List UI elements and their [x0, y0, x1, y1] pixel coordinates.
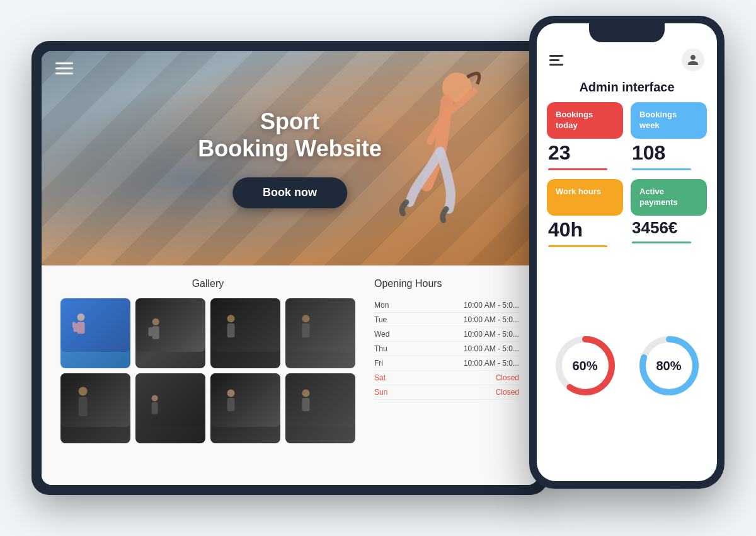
- gallery-item[interactable]: [285, 298, 355, 368]
- svg-rect-4: [72, 322, 76, 328]
- hours-fri: 10:00 AM - 5:0...: [464, 359, 519, 368]
- stats-label-grid: Bookings today Bookings week: [537, 102, 717, 139]
- hamburger-menu-icon[interactable]: [55, 62, 73, 74]
- stats-values-row1: 23 108: [537, 139, 717, 170]
- donut-label-80: 80%: [656, 359, 681, 373]
- hero-title-line2: Booking Website: [198, 136, 381, 162]
- active-payments-card: Active payments: [631, 179, 707, 216]
- hours-tue: 10:00 AM - 5:0...: [464, 315, 519, 324]
- bookings-week-card: Bookings week: [631, 102, 707, 139]
- svg-point-14: [152, 395, 158, 401]
- active-payments-value: 3456€: [632, 218, 706, 238]
- gallery-item[interactable]: [210, 373, 280, 443]
- hours-row-wed: Wed 10:00 AM - 5:0...: [374, 327, 519, 342]
- bookings-today-card: Bookings today: [547, 102, 623, 139]
- day-thu: Thu: [374, 344, 396, 353]
- svg-point-8: [227, 315, 235, 323]
- bookings-week-value: 108: [632, 141, 706, 165]
- gallery-item[interactable]: [135, 373, 205, 443]
- svg-rect-13: [79, 397, 88, 416]
- hero-title-line1: Sport: [260, 108, 319, 134]
- hours-mon: 10:00 AM - 5:0...: [464, 301, 519, 310]
- day-tue: Tue: [374, 315, 396, 324]
- svg-rect-2: [77, 322, 85, 334]
- svg-point-10: [302, 315, 310, 323]
- hours-row-tue: Tue 10:00 AM - 5:0...: [374, 313, 519, 327]
- work-hours-label: Work hours: [556, 187, 614, 197]
- bookings-week-value-block: 108: [631, 141, 707, 170]
- phone-device: Admin interface Bookings today Bookings …: [529, 16, 724, 489]
- hours-row-thu: Thu 10:00 AM - 5:0...: [374, 342, 519, 356]
- phone-user-icon[interactable]: [682, 49, 704, 71]
- admin-interface-title: Admin interface: [537, 78, 717, 102]
- hours-sat: Closed: [496, 373, 519, 382]
- hero-text-block: Sport Booking Website Book now: [198, 108, 381, 208]
- stats-label-grid-2: Work hours Active payments: [537, 179, 717, 216]
- gallery-item[interactable]: [60, 298, 130, 368]
- phone-notch: [589, 23, 665, 42]
- gallery-title: Gallery: [60, 278, 355, 289]
- gallery-item[interactable]: [60, 373, 130, 443]
- bookings-today-bar: [548, 168, 607, 170]
- svg-rect-17: [227, 398, 235, 411]
- hours-table: Mon 10:00 AM - 5:0... Tue 10:00 AM - 5:0…: [374, 298, 519, 400]
- hours-sun: Closed: [496, 388, 519, 397]
- donut-label-60: 60%: [572, 359, 597, 373]
- tablet-screen: Sport Booking Website Book now Gallery: [42, 51, 538, 485]
- active-payments-bar: [632, 242, 691, 243]
- svg-point-12: [79, 387, 88, 395]
- gallery-item[interactable]: [135, 298, 205, 368]
- gallery-item[interactable]: [285, 373, 355, 443]
- gallery-item[interactable]: [210, 298, 280, 368]
- svg-rect-19: [302, 398, 310, 411]
- runner-image: [387, 64, 500, 253]
- phone-hamburger-icon[interactable]: [549, 55, 563, 66]
- gallery-grid: [60, 298, 355, 443]
- bookings-today-value-block: 23: [547, 141, 623, 170]
- website-content: Gallery: [42, 265, 538, 485]
- donut-chart-80: 80%: [634, 331, 704, 400]
- svg-rect-15: [152, 402, 158, 414]
- svg-point-18: [302, 390, 310, 397]
- svg-point-5: [152, 318, 159, 325]
- day-wed: Wed: [374, 330, 396, 339]
- bookings-today-value: 23: [548, 141, 622, 165]
- hours-row-mon: Mon 10:00 AM - 5:0...: [374, 298, 519, 313]
- hours-row-sun: Sun Closed: [374, 385, 519, 400]
- donut-chart-60: 60%: [551, 331, 620, 400]
- active-payments-label: Active payments: [639, 187, 698, 208]
- active-payments-value-block: 3456€: [631, 218, 707, 247]
- user-icon: [687, 54, 699, 66]
- charts-row: 60% 80%: [537, 247, 717, 481]
- hero-title: Sport Booking Website: [198, 108, 381, 162]
- phone-screen: Admin interface Bookings today Bookings …: [537, 23, 717, 481]
- bookings-week-bar: [632, 168, 691, 170]
- svg-rect-11: [302, 323, 310, 338]
- stats-values-row2: 40h 3456€: [537, 216, 717, 247]
- hero-section: Sport Booking Website Book now: [42, 51, 538, 265]
- bookings-today-label: Bookings today: [556, 110, 614, 131]
- tablet-device: Sport Booking Website Book now Gallery: [32, 41, 548, 495]
- day-sun: Sun: [374, 388, 396, 397]
- svg-rect-9: [227, 323, 235, 338]
- svg-point-1: [77, 313, 85, 321]
- hours-thu: 10:00 AM - 5:0...: [464, 344, 519, 353]
- scene: Sport Booking Website Book now Gallery: [32, 16, 724, 520]
- work-hours-card: Work hours: [547, 179, 623, 216]
- day-fri: Fri: [374, 359, 396, 368]
- day-mon: Mon: [374, 301, 396, 310]
- gallery-section: Gallery: [60, 278, 355, 472]
- book-now-button[interactable]: Book now: [232, 178, 347, 209]
- bookings-week-label: Bookings week: [639, 110, 698, 131]
- svg-point-16: [227, 390, 235, 397]
- work-hours-value: 40h: [548, 218, 622, 242]
- work-hours-value-block: 40h: [547, 218, 623, 247]
- svg-rect-7: [149, 327, 154, 336]
- hours-row-fri: Fri 10:00 AM - 5:0...: [374, 356, 519, 371]
- hours-wed: 10:00 AM - 5:0...: [464, 330, 519, 339]
- opening-hours-section: Opening Hours Mon 10:00 AM - 5:0... Tue …: [374, 278, 519, 472]
- day-sat: Sat: [374, 373, 396, 382]
- hours-row-sat: Sat Closed: [374, 371, 519, 385]
- phone-header: [537, 42, 717, 78]
- opening-hours-title: Opening Hours: [374, 278, 519, 289]
